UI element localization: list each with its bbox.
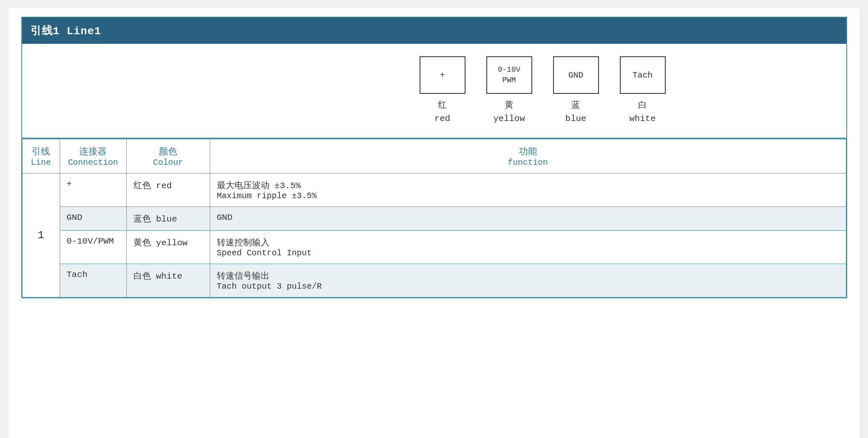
color-yellow-zh: 黄色 xyxy=(133,238,151,248)
connector-box-plus: + xyxy=(420,56,465,94)
color-red: 红色 red xyxy=(126,174,210,207)
conn-plus-symbol: + xyxy=(67,179,72,189)
conn-gnd-symbol: GND xyxy=(67,213,83,222)
connector-label-red: 红 red xyxy=(435,99,450,125)
connector-zh-red: 红 xyxy=(438,101,447,110)
header-line: 引线 Line xyxy=(22,139,60,174)
color-blue-en: blue xyxy=(156,214,177,224)
color-red-zh: 红色 xyxy=(133,181,151,191)
header-line-en: Line xyxy=(29,158,53,167)
line-number-1: 1 xyxy=(22,174,60,297)
connector-symbol-plus: + xyxy=(440,70,445,80)
func-red: 最大电压波动 ±3.5% Maximum ripple ±3.5% xyxy=(210,174,846,207)
connector-box-gnd: GND xyxy=(553,56,599,94)
func-red-en: Maximum ripple ±3.5% xyxy=(217,191,839,201)
connector-item-yellow: 0-10VPWM 黄 yellow xyxy=(486,56,532,125)
conn-pwm: 0-10V/PWM xyxy=(60,231,126,264)
header-conn-en: Connection xyxy=(67,158,120,167)
color-white-en: white xyxy=(156,272,182,281)
connector-zh-yellow: 黄 xyxy=(505,101,513,110)
conn-plus: + xyxy=(60,174,126,207)
header-func-en: function xyxy=(217,158,839,167)
func-white-en: Tach output 3 pulse/R xyxy=(217,282,839,291)
connector-symbol-pwm: 0-10VPWM xyxy=(498,65,520,86)
header-func-zh: 功能 xyxy=(217,145,839,158)
main-table-wrapper: 引线1 Line1 + 红 red 0- xyxy=(21,17,847,298)
connector-en-yellow: yellow xyxy=(493,114,525,123)
table-row-plus: 1 + 红色 red 最大电压波动 ±3.5% Maximum ripple ±… xyxy=(22,174,846,207)
connector-item-white: Tach 白 white xyxy=(620,56,666,125)
connector-label-white: 白 white xyxy=(629,99,656,125)
connector-label-blue: 蓝 blue xyxy=(565,99,586,125)
connector-en-blue: blue xyxy=(565,114,586,123)
connector-box-pwm: 0-10VPWM xyxy=(486,56,532,94)
connector-item-blue: GND 蓝 blue xyxy=(553,56,599,125)
header-conn-zh: 连接器 xyxy=(67,145,120,158)
diagram-row: + 红 red 0-10VPWM 黄 yellow xyxy=(22,44,846,138)
connector-zh-white: 白 xyxy=(638,101,647,110)
header-color-en: Colour xyxy=(133,158,203,167)
color-white-zh: 白色 xyxy=(133,272,151,281)
conn-pwm-symbol: 0-10V/PWM xyxy=(67,237,114,246)
color-red-en: red xyxy=(156,181,172,191)
table-header-row: 引线 Line 连接器 Connection 颜色 Colour 功能 func… xyxy=(22,139,846,174)
func-white: 转速信号输出 Tach output 3 pulse/R xyxy=(210,264,846,297)
func-red-zh: 最大电压波动 ±3.5% xyxy=(217,179,839,191)
header-function: 功能 function xyxy=(210,139,846,174)
conn-gnd: GND xyxy=(60,207,126,231)
data-table: 引线 Line 连接器 Connection 颜色 Colour 功能 func… xyxy=(22,138,846,297)
connector-label-yellow: 黄 yellow xyxy=(493,99,525,125)
page-container: 引线1 Line1 + 红 red 0- xyxy=(8,8,860,438)
color-yellow-en: yellow xyxy=(156,238,188,248)
connector-symbol-gnd: GND xyxy=(568,70,583,80)
func-yellow-zh: 转速控制输入 xyxy=(217,237,839,248)
func-yellow-en: Speed Control Input xyxy=(217,248,839,258)
connector-zh-blue: 蓝 xyxy=(571,101,580,110)
header-connection: 连接器 Connection xyxy=(60,139,126,174)
func-yellow: 转速控制输入 Speed Control Input xyxy=(210,231,846,264)
func-white-zh: 转速信号输出 xyxy=(217,270,839,282)
table-row-gnd: GND 蓝色 blue GND xyxy=(22,207,846,231)
header-line-zh: 引线 xyxy=(29,145,53,158)
connector-item-red: + 红 red xyxy=(420,56,465,125)
connector-en-white: white xyxy=(629,114,656,123)
table-title: 引线1 Line1 xyxy=(22,18,846,44)
header-colour: 颜色 Colour xyxy=(126,139,210,174)
func-blue: GND xyxy=(210,207,846,231)
table-row-tach: Tach 白色 white 转速信号输出 Tach output 3 pulse… xyxy=(22,264,846,297)
color-blue-zh: 蓝色 xyxy=(133,214,151,224)
table-row-pwm: 0-10V/PWM 黄色 yellow 转速控制输入 Speed Control… xyxy=(22,231,846,264)
connector-box-tach: Tach xyxy=(620,56,666,94)
header-color-zh: 颜色 xyxy=(133,145,203,158)
connector-boxes: + 红 red 0-10VPWM 黄 yellow xyxy=(420,56,666,125)
connector-symbol-tach: Tach xyxy=(632,70,652,80)
title-text: 引线1 Line1 xyxy=(30,25,101,38)
color-yellow: 黄色 yellow xyxy=(126,231,210,264)
conn-tach: Tach xyxy=(60,264,126,297)
conn-tach-symbol: Tach xyxy=(67,270,88,279)
connector-en-red: red xyxy=(435,114,450,123)
color-blue: 蓝色 blue xyxy=(126,207,210,231)
func-blue-zh: GND xyxy=(217,213,233,222)
color-white: 白色 white xyxy=(126,264,210,297)
